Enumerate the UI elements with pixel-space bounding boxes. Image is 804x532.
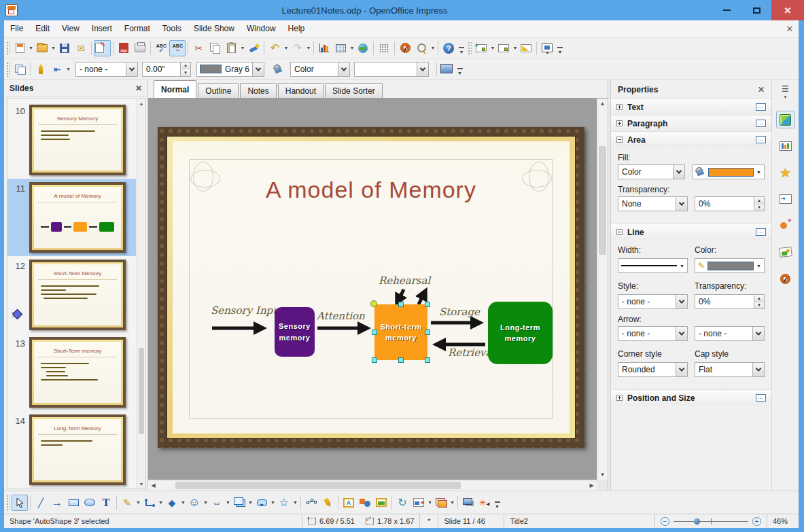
menu-file[interactable]: File [4, 20, 29, 37]
sidebar-menu-button[interactable]: ☰▼ [776, 84, 795, 102]
connector-dropdown[interactable]: ▼ [158, 495, 164, 511]
minimize-button[interactable] [712, 0, 741, 20]
status-zoom-value[interactable]: 46% [767, 514, 799, 528]
scroll-up-icon[interactable]: ▲ [137, 99, 145, 108]
canvas-horizontal-scrollbar[interactable]: ◀ ▶ [148, 480, 597, 491]
menu-format[interactable]: Format [118, 20, 156, 37]
zoom-button[interactable] [413, 40, 430, 56]
expand-icon[interactable] [616, 104, 623, 110]
flowchart-dropdown[interactable]: ▼ [247, 495, 254, 511]
slide-thumbnail-12[interactable]: 12 Short-Term Memory [7, 256, 136, 334]
hyperlink-button[interactable] [355, 40, 371, 56]
text-dialog-launcher-icon[interactable] [756, 103, 766, 111]
line-toolbar-overflow[interactable]: ▼ [455, 61, 464, 77]
line-width-select[interactable]: ▼ [618, 258, 688, 273]
arrow-begin-select[interactable]: - none - [618, 326, 688, 341]
slide-canvas[interactable]: A model of Memory [148, 99, 608, 491]
shape-short-term-memory-selected[interactable]: Short-term memory [374, 304, 427, 360]
menu-window[interactable]: Window [241, 20, 282, 37]
arrange-button[interactable] [433, 495, 449, 511]
line-color-combo[interactable]: Gray 6 [196, 62, 264, 77]
tab-gallery[interactable] [776, 243, 795, 261]
zoom-in-icon[interactable]: + [752, 517, 761, 526]
canvas-vscroll-thumb[interactable] [599, 146, 606, 255]
help-button[interactable]: ? [440, 40, 457, 56]
undo-dropdown[interactable]: ▼ [283, 40, 289, 56]
tab-slide-sorter[interactable]: Slide Sorter [325, 83, 383, 98]
fill-type-select[interactable]: Color [618, 164, 685, 179]
line-color-select[interactable]: ✎ ▼ [695, 258, 765, 273]
extrusion-button[interactable] [460, 495, 476, 511]
tab-master-pages[interactable] [776, 137, 795, 155]
shape-long-term-memory[interactable]: Long-term memory [488, 302, 553, 364]
canvas-scroll-down-icon[interactable]: ▼ [597, 469, 608, 480]
section-position-size[interactable]: Position and Size [611, 389, 771, 406]
line-dialog-button[interactable] [33, 61, 49, 77]
redo-dropdown[interactable]: ▼ [305, 40, 311, 56]
slide-design-button[interactable] [518, 40, 534, 56]
menu-insert[interactable]: Insert [86, 20, 118, 37]
label-sensory-input[interactable]: Sensory Input [211, 304, 283, 317]
save-button[interactable] [56, 40, 73, 56]
stars-button[interactable]: ☆ [276, 495, 292, 511]
transparency-spinner[interactable]: 0% ▲▼ [695, 196, 765, 211]
selection-handle-top-right[interactable] [425, 302, 430, 307]
arrange-dropdown[interactable]: ▼ [449, 495, 455, 511]
fontwork-button[interactable]: A [340, 495, 357, 511]
maximize-button[interactable] [741, 0, 771, 20]
cut-button[interactable]: ✂ [190, 40, 207, 56]
slide-editing-area[interactable]: A model of Memory [158, 127, 584, 448]
collapse-icon[interactable] [616, 137, 623, 143]
line-style-combo[interactable]: - none - [75, 62, 138, 77]
symbol-shapes-button[interactable]: ☺ [186, 495, 203, 511]
tab-normal[interactable]: Normal [154, 80, 196, 98]
presentation-overflow-button[interactable]: ▼ [555, 40, 564, 56]
zoom-track[interactable] [674, 517, 748, 526]
zoom-knob[interactable] [694, 518, 700, 525]
selection-handle-top-left[interactable] [370, 300, 377, 307]
tab-slide-transition[interactable] [776, 190, 795, 208]
autospellcheck-button[interactable]: ABC~ [169, 40, 186, 56]
redo-button[interactable]: ↷ [289, 40, 305, 56]
spellcheck-button[interactable]: ABC✓ [153, 40, 169, 56]
slides-panel-close-icon[interactable]: ✕ [135, 84, 142, 93]
zoom-out-icon[interactable]: − [661, 517, 669, 526]
paste-button[interactable] [223, 40, 239, 56]
selection-handle-right[interactable] [425, 330, 430, 335]
display-grid-button[interactable] [376, 40, 392, 56]
callouts-button[interactable] [254, 495, 270, 511]
area-dialog-launcher-icon[interactable] [756, 136, 766, 143]
undo-button[interactable]: ↶ [266, 40, 283, 56]
line-transparency-spinner[interactable]: 0% ▲▼ [695, 294, 765, 309]
paragraph-dialog-launcher-icon[interactable] [756, 120, 766, 127]
canvas-vertical-scrollbar[interactable]: ▲ ▼ [597, 99, 608, 480]
rotate-button[interactable]: ↻ [394, 495, 410, 511]
alignment-dropdown[interactable]: ▼ [427, 495, 433, 511]
interaction-button[interactable]: ✳ [476, 495, 493, 511]
tab-outline[interactable]: Outline [198, 83, 239, 98]
tab-custom-animation[interactable] [776, 217, 795, 234]
navigator-button[interactable] [397, 40, 413, 56]
select-tool-button[interactable] [12, 495, 28, 511]
menu-help[interactable]: Help [282, 20, 311, 37]
drawbar-overflow[interactable]: ▼ [493, 495, 502, 511]
selection-handle-bottom-left[interactable] [372, 357, 377, 363]
toolbar-grip[interactable] [5, 41, 10, 55]
section-area[interactable]: Area [611, 131, 771, 147]
cap-style-select[interactable]: Flat [695, 362, 765, 377]
arrow-style-button[interactable]: ⇤ [49, 61, 65, 77]
3d-objects-button[interactable] [357, 495, 373, 511]
toolbar-overflow-button[interactable]: ▼ [457, 40, 466, 56]
insert-chart-button[interactable] [316, 40, 332, 56]
menu-slideshow[interactable]: Slide Show [188, 20, 241, 37]
slide-thumbnail-10[interactable]: 10 Sensory Memory [7, 101, 136, 179]
arrow-tool-button[interactable]: → [49, 495, 65, 511]
edit-mode-button[interactable]: ✎ [94, 40, 111, 56]
fill-color-combo[interactable] [354, 62, 429, 77]
open-dropdown[interactable]: ▼ [50, 40, 56, 56]
expand-icon[interactable] [616, 120, 623, 126]
canvas-scroll-right-icon[interactable]: ▶ [587, 480, 597, 491]
edit-points-button[interactable] [303, 495, 319, 511]
start-slideshow-button[interactable] [539, 40, 555, 56]
canvas-scroll-left-icon[interactable]: ◀ [148, 480, 158, 491]
